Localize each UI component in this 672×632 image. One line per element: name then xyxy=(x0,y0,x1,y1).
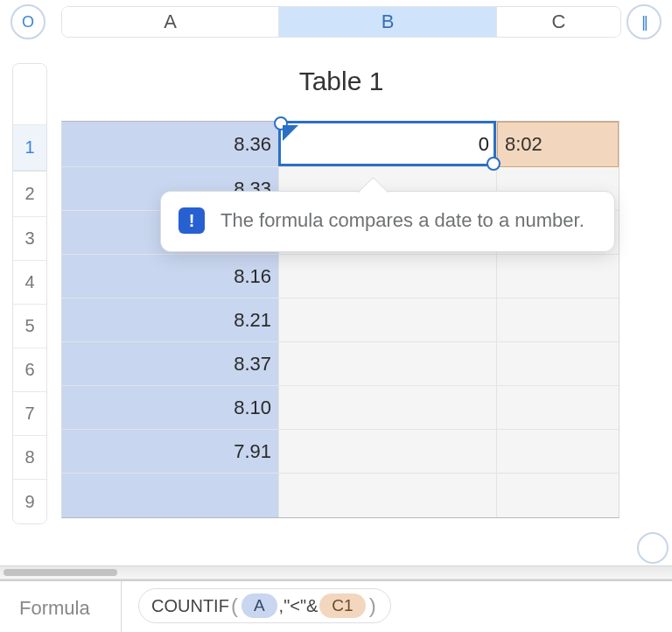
row-headers: 1 2 3 4 5 6 7 8 9 xyxy=(12,63,47,524)
row-header-3[interactable]: 3 xyxy=(13,217,46,261)
column-headers: A B C xyxy=(61,6,621,38)
row-header-1[interactable]: 1 xyxy=(13,125,46,171)
warning-tooltip: ! The formula compares a date to a numbe… xyxy=(160,191,615,252)
cell-a5[interactable]: 8.21 xyxy=(62,298,279,342)
cell-b1[interactable]: 0 xyxy=(279,122,497,167)
row-header-8[interactable]: 8 xyxy=(13,436,46,480)
cell-c4[interactable] xyxy=(497,255,619,298)
formula-func: COUNTIF xyxy=(151,596,229,616)
grid[interactable]: 8.36 0 8:02 8.33 8.16 8.21 8.37 xyxy=(61,121,620,518)
cell-c1[interactable]: 8:02 xyxy=(497,122,619,167)
cell-c9[interactable] xyxy=(497,474,619,517)
cell-a9[interactable] xyxy=(62,474,279,517)
col-header-a[interactable]: A xyxy=(62,7,279,37)
horizontal-scrollbar[interactable] xyxy=(0,565,672,579)
cell-b6[interactable] xyxy=(279,342,497,386)
toolbar-right-button[interactable]: || xyxy=(626,4,662,39)
row-header-gap xyxy=(13,64,46,125)
scrollbar-thumb[interactable] xyxy=(4,569,117,576)
cell-b9[interactable] xyxy=(279,474,497,517)
row-header-2[interactable]: 2 xyxy=(13,171,46,217)
toolbar-left-button[interactable]: O xyxy=(10,4,46,39)
paren-close: ) xyxy=(368,593,378,618)
row-add-button[interactable] xyxy=(637,532,668,564)
cell-a6[interactable]: 8.37 xyxy=(62,342,279,386)
cell-b4[interactable] xyxy=(279,255,497,298)
formula-bar: Formula COUNTIF ( A ,"<"& C1 ) xyxy=(0,579,672,632)
row-header-6[interactable]: 6 xyxy=(13,348,46,392)
row-header-5[interactable]: 5 xyxy=(13,305,46,348)
cell-a4[interactable]: 8.16 xyxy=(62,255,279,298)
cell-c5[interactable] xyxy=(497,298,619,342)
divider xyxy=(121,581,122,632)
cell-c6[interactable] xyxy=(497,342,619,386)
paren-open: ( xyxy=(229,593,240,618)
range-ref-a[interactable]: A xyxy=(242,593,277,618)
cell-b5[interactable] xyxy=(279,298,497,342)
row-header-4[interactable]: 4 xyxy=(13,261,46,305)
formula-label: Formula xyxy=(19,597,90,620)
table: Table 1 8.36 0 8:02 8.33 8.16 8.21 8. xyxy=(61,63,621,531)
formula-literal: ,"<"& xyxy=(279,596,318,616)
cell-a1[interactable]: 8.36 xyxy=(62,122,279,167)
cell-c8[interactable] xyxy=(497,430,619,474)
range-ref-c1[interactable]: C1 xyxy=(319,593,365,618)
col-header-b[interactable]: B xyxy=(279,7,497,37)
cell-a8[interactable]: 7.91 xyxy=(62,430,279,474)
cell-b7[interactable] xyxy=(279,386,497,430)
row-header-7[interactable]: 7 xyxy=(13,392,46,436)
tooltip-text: The formula compares a date to a number. xyxy=(220,209,584,231)
row-header-9[interactable]: 9 xyxy=(13,480,46,523)
cell-c7[interactable] xyxy=(497,386,619,430)
col-header-c[interactable]: C xyxy=(497,7,620,37)
formula-input[interactable]: COUNTIF ( A ,"<"& C1 ) xyxy=(138,588,391,623)
table-title[interactable]: Table 1 xyxy=(61,63,621,119)
cell-b8[interactable] xyxy=(279,430,497,474)
alert-icon: ! xyxy=(178,207,205,234)
cell-a7[interactable]: 8.10 xyxy=(62,386,279,430)
